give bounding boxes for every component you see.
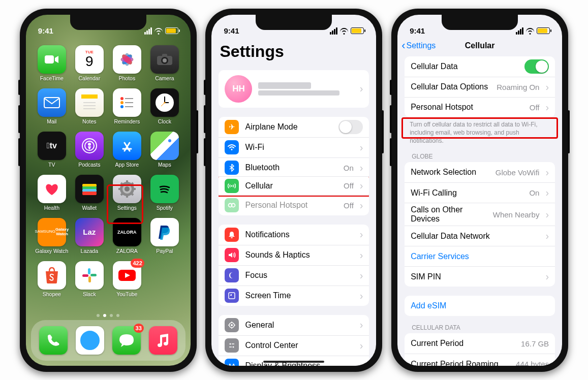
notch	[442, 15, 518, 30]
app-settings[interactable]: Settings	[110, 175, 144, 211]
svg-rect-14	[81, 94, 98, 99]
chevron-right-icon: ›	[360, 290, 363, 302]
row-sounds[interactable]: Sounds & Haptics ›	[219, 245, 369, 265]
lazada-icon: Laz	[75, 218, 104, 246]
row-bluetooth[interactable]: Bluetooth On ›	[219, 157, 369, 178]
row-controlcenter[interactable]: Control Center ›	[219, 335, 369, 356]
mail-icon	[38, 88, 66, 117]
app-clock[interactable]: Clock	[148, 88, 181, 124]
wifi-settings-icon	[225, 140, 239, 154]
svg-rect-36	[82, 192, 97, 195]
app-lazada[interactable]: LazLazada	[73, 218, 106, 254]
app-facetime[interactable]: FaceTime	[35, 45, 69, 81]
app-reminders[interactable]: Reminders	[110, 88, 144, 124]
app-photos[interactable]: Photos	[110, 45, 144, 81]
facetime-icon	[38, 45, 66, 74]
cellular-footer: Turn off cellular data to restrict all d…	[397, 117, 562, 145]
app-paypal[interactable]: PayPal	[148, 218, 181, 254]
row-focus[interactable]: Focus ›	[219, 265, 369, 286]
cellular-screen: 9:41 ‹ Settings Cellular Cellula	[397, 15, 562, 366]
svg-point-56	[231, 149, 233, 150]
globe-header: GLOBE	[397, 145, 562, 162]
controlcenter-icon	[225, 338, 239, 353]
nav-bar: ‹ Settings Cellular	[397, 39, 562, 54]
wifi-icon	[526, 28, 534, 34]
row-calls-other[interactable]: Calls on Other Devices When Nearby ›	[405, 203, 555, 226]
home-screen: 9:41 FaceTime TUE9Calendar Photos Camera…	[26, 15, 191, 366]
row-hotspot[interactable]: Personal Hotspot Off ›	[219, 195, 369, 215]
app-camera[interactable]: Camera	[148, 45, 181, 81]
chevron-right-icon: ›	[360, 360, 363, 366]
shopee-icon	[38, 261, 66, 290]
battery-icon	[165, 27, 178, 34]
page-dots[interactable]	[26, 314, 191, 317]
app-podcasts[interactable]: Podcasts	[73, 132, 106, 168]
app-mail[interactable]: Mail	[35, 88, 69, 124]
row-general[interactable]: General ›	[219, 315, 369, 335]
chevron-right-icon: ›	[360, 162, 363, 174]
app-wallet[interactable]: Wallet	[73, 175, 106, 211]
row-wifi-calling[interactable]: Wi-Fi Calling On ›	[405, 182, 555, 203]
cellular-data-header: CELLULAR DATA	[397, 316, 562, 333]
row-carrier-services[interactable]: Carrier Services	[405, 246, 555, 266]
dock-messages[interactable]: 33	[112, 326, 141, 355]
status-time: 9:41	[410, 26, 425, 35]
svg-rect-50	[90, 274, 97, 276]
app-maps[interactable]: Maps	[148, 132, 181, 168]
app-notes[interactable]: Notes	[73, 88, 106, 124]
airplane-toggle[interactable]	[338, 120, 363, 134]
app-youtube[interactable]: 422YouTube	[110, 261, 144, 297]
notes-icon	[75, 88, 104, 117]
dock-safari[interactable]	[76, 326, 104, 355]
row-sim-pin[interactable]: SIM PIN ›	[405, 266, 555, 287]
row-airplane[interactable]: ✈︎ Airplane Mode	[219, 117, 369, 137]
profile-row[interactable]: HH ›	[219, 70, 369, 108]
svg-rect-52	[82, 274, 88, 277]
home-indicator[interactable]	[263, 361, 324, 363]
row-cellular[interactable]: Cellular Off ›	[219, 176, 369, 197]
esim-group: Add eSIM	[405, 296, 555, 316]
app-zalora[interactable]: ZALORAZALORA	[110, 218, 144, 254]
chevron-right-icon: ›	[545, 81, 549, 93]
row-wifi[interactable]: Wi-Fi ›	[219, 137, 369, 157]
svg-point-39	[125, 186, 130, 192]
row-cellular-data[interactable]: Cellular Data	[405, 56, 555, 77]
row-current-period[interactable]: Current Period 16.7 GB	[405, 333, 555, 354]
signal-icon	[144, 27, 152, 35]
app-spotify[interactable]: Spotify	[148, 175, 181, 211]
chevron-right-icon: ›	[545, 230, 549, 242]
status-time: 9:41	[38, 26, 53, 35]
row-notifications[interactable]: Notifications ›	[219, 225, 369, 245]
youtube-icon: 422	[113, 261, 141, 290]
row-add-esim[interactable]: Add eSIM	[405, 296, 555, 316]
chevron-right-icon: ›	[360, 249, 363, 261]
app-appstore[interactable]: App Store	[110, 132, 144, 168]
app-tv[interactable]: tvTV	[35, 132, 69, 168]
svg-line-44	[121, 183, 123, 185]
row-personal-hotspot[interactable]: Personal Hotspot Off ›	[405, 97, 555, 117]
app-shopee[interactable]: Shopee	[35, 261, 69, 297]
phone-icon	[39, 326, 68, 355]
row-cellular-data-options[interactable]: Cellular Data Options Roaming On ›	[405, 77, 555, 97]
phone-settings: 9:41 Settings HH ›	[205, 9, 382, 372]
chevron-right-icon: ›	[360, 229, 363, 240]
app-slack[interactable]: Slack	[73, 261, 106, 297]
reminders-icon	[113, 88, 141, 117]
cellular-data-toggle[interactable]	[524, 59, 549, 74]
svg-point-67	[230, 343, 231, 345]
app-calendar[interactable]: TUE9Calendar	[73, 45, 106, 81]
svg-point-19	[120, 101, 123, 104]
svg-point-12	[163, 58, 167, 62]
app-galaxywatch[interactable]: SAMSUNGGalaxyWatchGalaxy Watch	[35, 218, 69, 254]
badge: 33	[134, 324, 144, 333]
chevron-right-icon: ›	[545, 167, 549, 178]
dock-phone[interactable]	[39, 326, 68, 355]
row-current-roaming[interactable]: Current Period Roaming 444 bytes	[405, 354, 555, 365]
app-health[interactable]: Health	[35, 175, 69, 211]
row-screentime[interactable]: Screen Time ›	[219, 286, 369, 306]
row-cellular-network[interactable]: Cellular Data Network ›	[405, 226, 555, 246]
row-network-selection[interactable]: Network Selection Globe VoWifi ›	[405, 162, 555, 182]
dock-music[interactable]	[149, 326, 177, 355]
avatar: HH	[225, 75, 252, 103]
svg-rect-13	[44, 98, 59, 108]
